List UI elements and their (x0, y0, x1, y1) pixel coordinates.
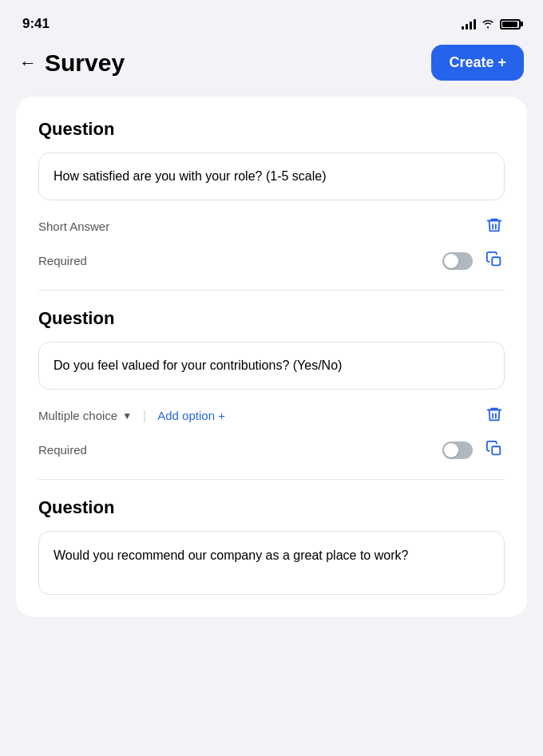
status-bar: 9:41 (0, 0, 543, 38)
battery-icon (500, 19, 521, 30)
question-1-required-label: Required (38, 254, 87, 267)
trash-icon-2 (486, 406, 503, 423)
question-1-options-row: Short Answer (38, 215, 505, 238)
question-2-type: Multiple choice (38, 409, 117, 422)
divider-1 (38, 290, 505, 291)
question-input-1[interactable]: How satisfied are you with your role? (1… (38, 152, 505, 200)
question-1-required-row: Required (38, 249, 505, 272)
copy-icon (486, 251, 503, 268)
question-1-type: Short Answer (38, 220, 109, 233)
question-1-icons (484, 215, 505, 238)
question-label-2: Question (38, 308, 505, 329)
question-1-delete-button[interactable] (484, 215, 505, 238)
question-1-required-icons (442, 249, 505, 272)
question-2-icons (484, 404, 505, 427)
question-input-1-text: How satisfied are you with your role? (1… (54, 169, 326, 184)
toggle-knob-2 (444, 443, 458, 457)
trash-icon (486, 216, 503, 234)
question-2-type-dropdown[interactable]: Multiple choice ▼ | Add option + (38, 409, 225, 423)
question-2-required-icons (442, 438, 505, 461)
question-label-3: Question (38, 497, 505, 518)
question-input-3[interactable]: Would you recommend our company as a gre… (38, 531, 505, 595)
question-1-copy-button[interactable] (484, 249, 505, 272)
divider-2 (38, 479, 505, 480)
question-input-3-text: Would you recommend our company as a gre… (54, 546, 408, 565)
svg-rect-1 (492, 446, 500, 454)
header-left: ← Survey (19, 49, 125, 77)
question-input-2[interactable]: Do you feel valued for your contribution… (38, 342, 505, 390)
svg-rect-0 (492, 257, 500, 265)
back-button[interactable]: ← (19, 54, 37, 72)
chevron-down-icon: ▼ (122, 410, 132, 422)
question-section-1: Question How satisfied are you with your… (38, 119, 505, 272)
status-icons (462, 18, 521, 31)
question-label-1: Question (38, 119, 505, 140)
header: ← Survey Create + (0, 38, 543, 97)
create-button[interactable]: Create + (431, 45, 524, 81)
signal-icon (462, 18, 476, 30)
question-section-3: Question Would you recommend our company… (38, 497, 505, 595)
question-2-copy-button[interactable] (484, 438, 505, 461)
toggle-knob (444, 254, 458, 268)
wifi-icon (481, 18, 495, 31)
question-2-options-row: Multiple choice ▼ | Add option + (38, 404, 505, 427)
status-time: 9:41 (22, 16, 50, 32)
page-title: Survey (45, 49, 125, 77)
question-2-delete-button[interactable] (484, 404, 505, 427)
question-2-required-toggle[interactable] (442, 441, 473, 459)
question-input-2-text: Do you feel valued for your contribution… (54, 358, 342, 373)
question-2-required-label: Required (38, 443, 87, 457)
question-1-required-toggle[interactable] (442, 252, 473, 270)
pipe-divider: | (143, 409, 146, 423)
survey-card: Question How satisfied are you with your… (16, 97, 527, 617)
question-2-required-row: Required (38, 438, 505, 461)
add-option-button[interactable]: Add option + (157, 409, 225, 422)
question-section-2: Question Do you feel valued for your con… (38, 308, 505, 461)
copy-icon-2 (486, 440, 503, 457)
